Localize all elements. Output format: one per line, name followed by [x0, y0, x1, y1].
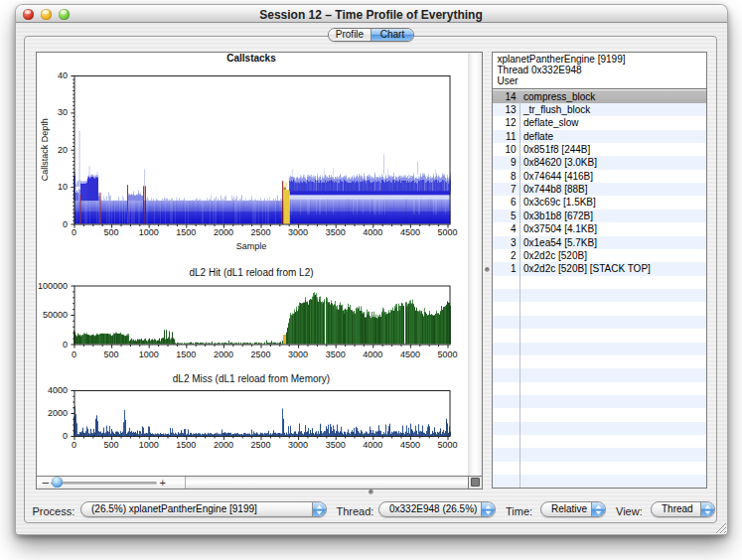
svg-text:3500: 3500 — [325, 350, 345, 359]
svg-text:5000: 5000 — [437, 226, 457, 236]
svg-text:2500: 2500 — [250, 440, 270, 450]
svg-text:10: 10 — [57, 182, 67, 192]
svg-text:4000: 4000 — [363, 350, 382, 359]
svg-text:1000: 1000 — [138, 226, 158, 236]
svg-text:1500: 1500 — [176, 440, 196, 450]
svg-text:4000: 4000 — [47, 385, 67, 395]
svg-text:4000: 4000 — [363, 226, 382, 236]
svg-text:Callstack Depth: Callstack Depth — [40, 118, 50, 181]
svg-text:2500: 2500 — [250, 226, 270, 236]
svg-text:0: 0 — [62, 218, 67, 228]
svg-text:3500: 3500 — [325, 226, 345, 236]
svg-text:500: 500 — [103, 350, 118, 359]
svg-text:3000: 3000 — [288, 226, 308, 236]
svg-text:2000: 2000 — [47, 408, 67, 418]
svg-text:500: 500 — [103, 226, 118, 236]
svg-text:0: 0 — [62, 339, 67, 349]
svg-text:0: 0 — [71, 440, 75, 450]
svg-text:50000: 50000 — [42, 310, 67, 320]
svg-text:2500: 2500 — [250, 350, 270, 359]
svg-text:20: 20 — [57, 144, 67, 154]
svg-text:3000: 3000 — [288, 350, 308, 359]
svg-text:dL2 Miss (dL1 reload from Memo: dL2 Miss (dL1 reload from Memory) — [172, 372, 329, 383]
svg-text:5000: 5000 — [437, 440, 457, 450]
svg-text:0: 0 — [71, 226, 75, 236]
svg-text:4500: 4500 — [399, 440, 419, 450]
svg-text:0: 0 — [62, 431, 67, 441]
svg-text:1000: 1000 — [138, 350, 158, 359]
svg-text:3500: 3500 — [325, 440, 345, 450]
svg-text:30: 30 — [57, 107, 67, 117]
svg-text:1500: 1500 — [176, 350, 196, 359]
svg-text:1500: 1500 — [176, 226, 196, 236]
svg-text:4500: 4500 — [399, 350, 419, 359]
svg-text:40: 40 — [57, 70, 67, 80]
svg-text:500: 500 — [103, 440, 118, 450]
svg-text:Sample: Sample — [235, 240, 266, 250]
svg-text:3000: 3000 — [288, 440, 308, 450]
svg-text:0: 0 — [71, 350, 75, 359]
svg-text:5000: 5000 — [437, 350, 457, 359]
svg-text:1000: 1000 — [138, 440, 158, 450]
svg-text:4500: 4500 — [399, 226, 419, 236]
svg-text:4000: 4000 — [363, 440, 382, 450]
svg-text:Callstacks: Callstacks — [226, 52, 276, 63]
svg-text:dL2 Hit (dL1 reload from L2): dL2 Hit (dL1 reload from L2) — [189, 266, 313, 277]
svg-text:2000: 2000 — [213, 226, 232, 236]
svg-text:2000: 2000 — [213, 350, 232, 359]
svg-text:100000: 100000 — [37, 280, 67, 290]
svg-text:2000: 2000 — [213, 440, 232, 450]
